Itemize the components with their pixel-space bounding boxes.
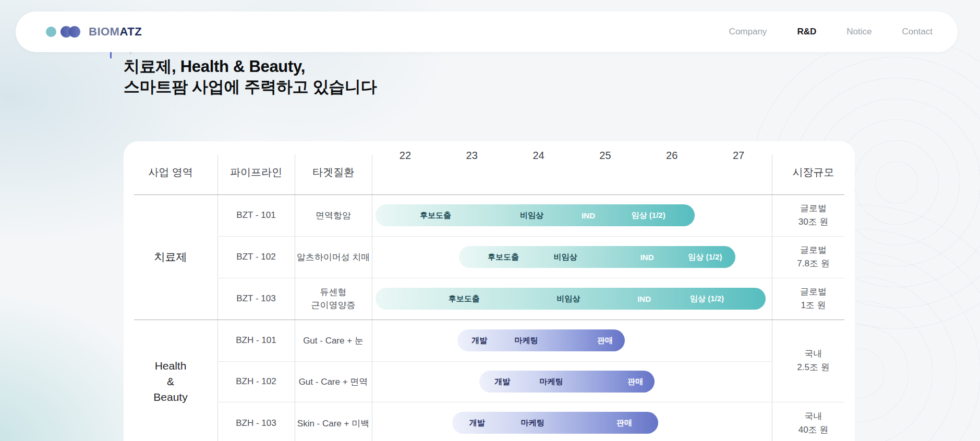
- column-header-pipeline: 파이프라인: [217, 141, 295, 194]
- stage-label: 임상 (1/2): [690, 294, 724, 304]
- group-name-line: Health: [155, 358, 187, 374]
- header-divider: [134, 194, 844, 195]
- stage-label: 마케팅: [540, 377, 563, 387]
- gantt-bar-bzt-103: 후보도출 비임상 IND 임상 (1/2): [376, 288, 766, 310]
- market-line: 40조 원: [798, 423, 829, 437]
- stage-label: 판매: [597, 336, 613, 346]
- pipeline-code: BZT - 101: [217, 194, 295, 236]
- market-size: 글로벌 1조 원: [772, 278, 855, 320]
- column-header-market: 시장규모: [772, 141, 855, 194]
- market-size: 글로벌 30조 원: [772, 194, 855, 236]
- group-name-line: 치료제: [154, 249, 187, 265]
- brand-logo[interactable]: BIOMATZ: [46, 25, 142, 39]
- eyebrow-caret: [110, 52, 112, 58]
- group-name-line: &: [167, 374, 174, 389]
- stage-label: 후보도출: [488, 252, 519, 262]
- stage-label: 개발: [471, 336, 487, 346]
- target-disease: 듀센형 근이영양증: [295, 278, 372, 320]
- gantt-track: 후보도출 비임상 IND 임상 (1/2): [372, 278, 772, 320]
- target-disease: Skin - Care + 미백: [295, 402, 372, 441]
- year-label-27: 27: [705, 150, 772, 194]
- row-divider: [217, 278, 844, 278]
- brand-wordmark-secondary: ATZ: [119, 25, 142, 38]
- stage-label: 후보도출: [449, 294, 480, 304]
- brand-wordmark-primary: BIOM: [89, 25, 119, 38]
- year-label-23: 23: [439, 150, 505, 194]
- page-title-line1: 치료제, Health & Beauty,: [124, 56, 377, 77]
- target-line: 면역항암: [316, 209, 351, 222]
- stage-label: 마케팅: [521, 418, 545, 428]
- column-header-target: 타겟질환: [295, 141, 372, 194]
- target-line: 듀센형: [320, 286, 347, 299]
- column-header-business: 사업 영역: [124, 141, 217, 194]
- business-group-health-beauty: Health & Beauty: [124, 320, 217, 441]
- page-title: 치료제, Health & Beauty, 스마트팜 사업에 주력하고 있습니다: [124, 56, 377, 97]
- market-line: 7.8조 원: [797, 257, 829, 271]
- pipeline-table-grid: 사업 영역 파이프라인 타겟질환 22 23 24 25 26 27 시장규모 …: [124, 141, 855, 441]
- target-disease: 면역항암: [295, 194, 372, 236]
- pipeline-page: { "header": { "logo": { "primary": "BIOM…: [0, 0, 980, 441]
- target-disease: Gut - Care + 면역: [295, 361, 372, 402]
- target-line: Skin - Care + 미백: [297, 417, 369, 430]
- logo-peanut-icon: [61, 26, 81, 38]
- target-line: 근이영양증: [311, 299, 356, 312]
- gantt-track: 후보도출 비임상 IND 임상 (1/2): [372, 236, 772, 278]
- year-label-26: 26: [638, 150, 705, 194]
- gantt-track: 개발 마케팅 판매: [372, 402, 772, 441]
- gantt-bar-bzt-102: 후보도출 비임상 IND 임상 (1/2): [459, 246, 735, 268]
- target-line: Gut - Care + 면역: [299, 375, 368, 388]
- year-label-25: 25: [572, 150, 638, 194]
- stage-label: IND: [582, 211, 595, 220]
- market-line: 글로벌: [800, 285, 827, 299]
- row-divider: [217, 402, 844, 402]
- stage-label: 개발: [469, 418, 485, 428]
- market-line: 글로벌: [800, 202, 827, 215]
- main-nav: Company R&D Notice Contact: [729, 27, 933, 37]
- nav-item-notice[interactable]: Notice: [846, 27, 872, 37]
- market-line: 30조 원: [798, 215, 829, 229]
- gantt-bar-bzh-103: 개발 마케팅 판매: [452, 412, 658, 434]
- pipeline-code: BZH - 101: [217, 320, 295, 361]
- gantt-bar-bzt-101: 후보도출 비임상 IND 임상 (1/2): [376, 204, 695, 226]
- stage-label: 판매: [616, 418, 632, 428]
- page-title-line2: 스마트팜 사업에 주력하고 있습니다: [124, 77, 377, 97]
- row-divider: [217, 361, 772, 362]
- year-label-24: 24: [505, 150, 572, 194]
- nav-item-contact[interactable]: Contact: [902, 27, 933, 37]
- stage-label: 임상 (1/2): [688, 252, 722, 262]
- gantt-track: 개발 마케팅 판매: [372, 361, 772, 402]
- top-navigation-bar: BIOMATZ Company R&D Notice Contact: [16, 11, 958, 52]
- column-divider: [217, 155, 218, 441]
- stage-label: IND: [637, 295, 651, 303]
- market-line: 1조 원: [801, 299, 826, 312]
- gantt-track: 후보도출 비임상 IND 임상 (1/2): [372, 194, 772, 236]
- market-size: 국내 40조 원: [772, 402, 855, 441]
- stage-label: 판매: [627, 377, 643, 387]
- pipeline-code: BZH - 103: [217, 402, 295, 441]
- nav-item-rnd[interactable]: R&D: [797, 27, 816, 37]
- year-label-22: 22: [372, 150, 439, 194]
- brand-wordmark: BIOMATZ: [89, 25, 142, 39]
- group-name-line: Beauty: [153, 389, 187, 405]
- market-line: 국내: [805, 347, 822, 361]
- pipeline-code: BZH - 102: [217, 361, 295, 402]
- stage-label: 비임상: [554, 252, 577, 262]
- row-divider: [217, 236, 844, 237]
- target-disease: Gut - Care + 눈: [295, 320, 372, 361]
- logo-teal-dot-icon: [46, 27, 56, 37]
- column-divider: [295, 155, 295, 441]
- market-line: 글로벌: [800, 243, 827, 257]
- group-divider: [134, 320, 844, 320]
- stage-label: 마케팅: [514, 336, 538, 346]
- gantt-bar-bzh-102: 개발 마케팅 판매: [479, 371, 655, 393]
- market-size-merged: 국내 2.5조 원: [772, 320, 855, 402]
- pipeline-table-card: 사업 영역 파이프라인 타겟질환 22 23 24 25 26 27 시장규모 …: [124, 141, 855, 441]
- pipeline-code: BZT - 103: [217, 278, 295, 320]
- stage-label: 개발: [494, 377, 510, 387]
- market-line: 국내: [805, 410, 822, 423]
- nav-item-company[interactable]: Company: [729, 27, 767, 37]
- stage-label: 임상 (1/2): [632, 211, 666, 220]
- market-line: 2.5조 원: [797, 361, 829, 374]
- target-line: Gut - Care + 눈: [303, 334, 364, 347]
- column-divider: [372, 155, 372, 441]
